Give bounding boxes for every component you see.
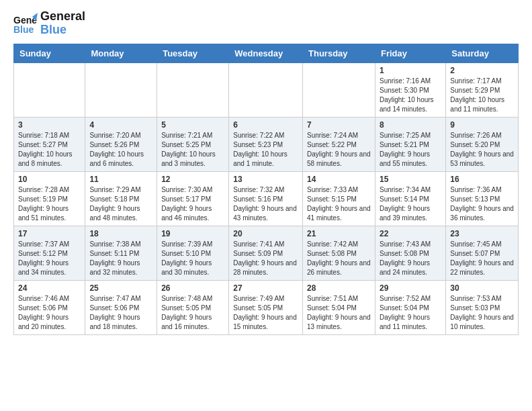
calendar-cell: 7Sunrise: 7:24 AM Sunset: 5:22 PM Daylig… [303,117,375,171]
day-info: Sunrise: 7:38 AM Sunset: 5:11 PM Dayligh… [89,240,152,277]
calendar-cell: 10Sunrise: 7:28 AM Sunset: 5:19 PM Dayli… [14,171,85,226]
calendar-cell: 25Sunrise: 7:47 AM Sunset: 5:06 PM Dayli… [85,280,157,334]
page-header: General Blue General Blue [13,10,519,37]
calendar-cell: 3Sunrise: 7:18 AM Sunset: 5:27 PM Daylig… [14,117,85,171]
calendar-cell: 4Sunrise: 7:20 AM Sunset: 5:26 PM Daylig… [85,117,157,171]
calendar-week-row: 24Sunrise: 7:46 AM Sunset: 5:06 PM Dayli… [14,280,519,334]
day-number: 22 [380,229,441,238]
day-number: 16 [450,175,514,184]
calendar-cell: 16Sunrise: 7:36 AM Sunset: 5:13 PM Dayli… [446,171,519,226]
day-number: 19 [161,229,224,238]
day-number: 25 [89,283,152,293]
day-number: 3 [18,120,81,130]
day-number: 1 [380,66,441,75]
day-info: Sunrise: 7:37 AM Sunset: 5:12 PM Dayligh… [18,240,81,277]
logo: General Blue General Blue [13,10,85,37]
calendar-cell: 9Sunrise: 7:26 AM Sunset: 5:20 PM Daylig… [446,117,519,171]
calendar-cell: 8Sunrise: 7:25 AM Sunset: 5:21 PM Daylig… [375,117,445,171]
weekday-header: Sunday [14,44,85,62]
day-info: Sunrise: 7:53 AM Sunset: 5:03 PM Dayligh… [450,294,514,332]
day-number: 30 [450,283,514,293]
day-info: Sunrise: 7:24 AM Sunset: 5:22 PM Dayligh… [307,131,371,169]
svg-text:Blue: Blue [13,24,34,35]
day-info: Sunrise: 7:39 AM Sunset: 5:10 PM Dayligh… [161,240,224,277]
day-number: 7 [307,120,371,130]
calendar-cell: 6Sunrise: 7:22 AM Sunset: 5:23 PM Daylig… [229,117,303,171]
calendar-cell: 17Sunrise: 7:37 AM Sunset: 5:12 PM Dayli… [14,226,85,280]
day-info: Sunrise: 7:43 AM Sunset: 5:08 PM Dayligh… [380,240,441,277]
calendar-cell: 20Sunrise: 7:41 AM Sunset: 5:09 PM Dayli… [229,226,303,280]
day-number: 29 [380,283,441,293]
day-info: Sunrise: 7:52 AM Sunset: 5:04 PM Dayligh… [380,294,441,332]
calendar-cell [229,62,303,117]
day-number: 9 [450,120,514,130]
day-info: Sunrise: 7:26 AM Sunset: 5:20 PM Dayligh… [450,131,514,169]
calendar-cell: 11Sunrise: 7:29 AM Sunset: 5:18 PM Dayli… [85,171,157,226]
calendar-cell [14,62,85,117]
day-number: 20 [233,229,298,238]
weekday-header: Wednesday [229,44,303,62]
calendar-cell: 18Sunrise: 7:38 AM Sunset: 5:11 PM Dayli… [85,226,157,280]
day-number: 12 [161,175,224,184]
day-info: Sunrise: 7:32 AM Sunset: 5:16 PM Dayligh… [233,185,298,223]
calendar-cell: 27Sunrise: 7:49 AM Sunset: 5:05 PM Dayli… [229,280,303,334]
day-info: Sunrise: 7:48 AM Sunset: 5:05 PM Dayligh… [161,294,224,332]
day-number: 8 [380,120,441,130]
day-info: Sunrise: 7:41 AM Sunset: 5:09 PM Dayligh… [233,240,298,277]
day-info: Sunrise: 7:36 AM Sunset: 5:13 PM Dayligh… [450,185,514,223]
day-info: Sunrise: 7:34 AM Sunset: 5:14 PM Dayligh… [380,185,441,223]
day-number: 28 [307,283,371,293]
day-info: Sunrise: 7:22 AM Sunset: 5:23 PM Dayligh… [233,131,298,169]
calendar-cell: 12Sunrise: 7:30 AM Sunset: 5:17 PM Dayli… [157,171,229,226]
calendar-cell: 28Sunrise: 7:51 AM Sunset: 5:04 PM Dayli… [303,280,375,334]
day-number: 23 [450,229,514,238]
day-info: Sunrise: 7:17 AM Sunset: 5:29 PM Dayligh… [450,77,514,114]
calendar-header-row: SundayMondayTuesdayWednesdayThursdayFrid… [14,44,519,62]
calendar-cell: 14Sunrise: 7:33 AM Sunset: 5:15 PM Dayli… [303,171,375,226]
page-container: General Blue General Blue SundayMondayTu… [0,0,532,345]
calendar-cell: 2Sunrise: 7:17 AM Sunset: 5:29 PM Daylig… [446,62,519,117]
calendar-cell: 30Sunrise: 7:53 AM Sunset: 5:03 PM Dayli… [446,280,519,334]
day-number: 15 [380,175,441,184]
day-info: Sunrise: 7:20 AM Sunset: 5:26 PM Dayligh… [89,131,152,169]
day-info: Sunrise: 7:51 AM Sunset: 5:04 PM Dayligh… [307,294,371,332]
day-number: 5 [161,120,224,130]
calendar-cell: 1Sunrise: 7:16 AM Sunset: 5:30 PM Daylig… [375,62,445,117]
calendar-week-row: 17Sunrise: 7:37 AM Sunset: 5:12 PM Dayli… [14,226,519,280]
day-number: 14 [307,175,371,184]
day-info: Sunrise: 7:46 AM Sunset: 5:06 PM Dayligh… [18,294,81,332]
weekday-header: Thursday [303,44,375,62]
calendar-cell [157,62,229,117]
day-number: 24 [18,283,81,293]
day-number: 18 [89,229,152,238]
calendar-cell [85,62,157,117]
calendar-week-row: 1Sunrise: 7:16 AM Sunset: 5:30 PM Daylig… [14,62,519,117]
day-number: 10 [18,175,81,184]
calendar-cell: 19Sunrise: 7:39 AM Sunset: 5:10 PM Dayli… [157,226,229,280]
day-info: Sunrise: 7:29 AM Sunset: 5:18 PM Dayligh… [89,185,152,223]
calendar-cell: 13Sunrise: 7:32 AM Sunset: 5:16 PM Dayli… [229,171,303,226]
day-info: Sunrise: 7:42 AM Sunset: 5:08 PM Dayligh… [307,240,371,277]
calendar-cell: 29Sunrise: 7:52 AM Sunset: 5:04 PM Dayli… [375,280,445,334]
day-number: 6 [233,120,298,130]
calendar-week-row: 3Sunrise: 7:18 AM Sunset: 5:27 PM Daylig… [14,117,519,171]
calendar-cell: 24Sunrise: 7:46 AM Sunset: 5:06 PM Dayli… [14,280,85,334]
day-info: Sunrise: 7:21 AM Sunset: 5:25 PM Dayligh… [161,131,224,169]
day-number: 27 [233,283,298,293]
day-number: 17 [18,229,81,238]
calendar-cell: 21Sunrise: 7:42 AM Sunset: 5:08 PM Dayli… [303,226,375,280]
day-info: Sunrise: 7:18 AM Sunset: 5:27 PM Dayligh… [18,131,81,169]
calendar-cell: 22Sunrise: 7:43 AM Sunset: 5:08 PM Dayli… [375,226,445,280]
weekday-header: Friday [375,44,445,62]
calendar-cell: 26Sunrise: 7:48 AM Sunset: 5:05 PM Dayli… [157,280,229,334]
day-info: Sunrise: 7:30 AM Sunset: 5:17 PM Dayligh… [161,185,224,223]
calendar-week-row: 10Sunrise: 7:28 AM Sunset: 5:19 PM Dayli… [14,171,519,226]
day-number: 2 [450,66,514,75]
weekday-header: Saturday [446,44,519,62]
calendar-cell: 15Sunrise: 7:34 AM Sunset: 5:14 PM Dayli… [375,171,445,226]
day-number: 11 [89,175,152,184]
day-info: Sunrise: 7:45 AM Sunset: 5:07 PM Dayligh… [450,240,514,277]
day-info: Sunrise: 7:33 AM Sunset: 5:15 PM Dayligh… [307,185,371,223]
day-info: Sunrise: 7:25 AM Sunset: 5:21 PM Dayligh… [380,131,441,169]
day-info: Sunrise: 7:47 AM Sunset: 5:06 PM Dayligh… [89,294,152,332]
